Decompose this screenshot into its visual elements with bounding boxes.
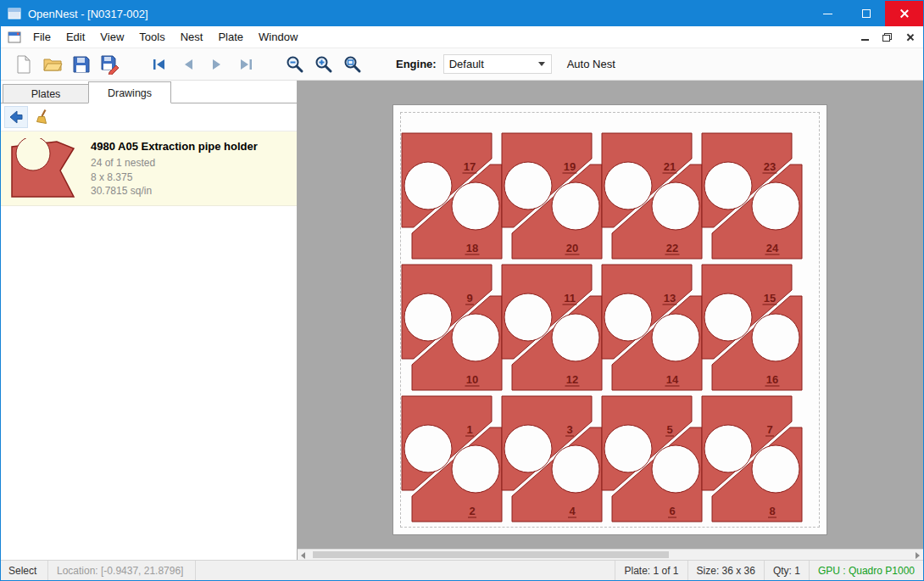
nested-pair[interactable]: 78 [702, 396, 802, 522]
mdi-restore-button[interactable] [876, 28, 898, 47]
status-plate: Plate: 1 of 1 [615, 561, 687, 580]
part-number: 21 [664, 160, 676, 173]
nested-pair[interactable]: 1920 [502, 133, 602, 259]
nested-pair[interactable]: 1718 [402, 133, 502, 259]
part-number: 20 [566, 242, 578, 254]
window-title: OpenNest - [N0317-002] [28, 8, 148, 20]
drawing-info: 4980 A05 Extraction pipe holder 24 of 1 … [84, 137, 292, 200]
mdi-restore-icon [882, 33, 892, 42]
part-number: 13 [664, 292, 676, 304]
save-icon [72, 55, 91, 74]
status-location: Location: [-0.9437, 21.8796] [48, 561, 196, 580]
new-button[interactable] [9, 51, 38, 78]
menu-nest[interactable]: Nest [173, 27, 211, 47]
part-number: 7 [766, 423, 772, 436]
import-drawing-button[interactable] [4, 106, 28, 128]
zoom-in-button[interactable] [309, 51, 338, 78]
part-hole [404, 162, 452, 209]
part-hole [552, 445, 599, 493]
part-number: 1 [466, 423, 472, 436]
next-plate-button[interactable] [203, 51, 231, 78]
scroll-left-icon[interactable] [301, 552, 305, 559]
tab-plates[interactable]: Plates [3, 84, 89, 103]
save-as-button[interactable] [96, 51, 125, 78]
save-button[interactable] [67, 51, 96, 78]
minimize-button[interactable] [809, 1, 847, 26]
drawings-toolbar [1, 103, 297, 131]
menu-tools[interactable]: Tools [131, 27, 172, 47]
part-hole [504, 162, 552, 209]
part-number: 19 [564, 160, 576, 173]
menu-view[interactable]: View [92, 27, 131, 47]
nested-pair[interactable]: 1112 [502, 265, 602, 390]
part-hole [452, 314, 499, 361]
zoom-out-button[interactable] [281, 51, 309, 78]
next-plate-icon [209, 57, 225, 72]
clear-drawings-button[interactable] [31, 106, 55, 128]
part-hole [752, 182, 799, 230]
nested-pair[interactable]: 2324 [702, 133, 802, 259]
drawing-title: 4980 A05 Extraction pipe holder [91, 140, 292, 153]
open-button[interactable] [38, 51, 67, 78]
last-plate-button[interactable] [231, 51, 260, 78]
nest-canvas[interactable]: 171819202122232491011121314151612345678 [298, 81, 923, 560]
menu-plate[interactable]: Plate [210, 27, 251, 47]
mdi-close-button[interactable] [898, 28, 920, 47]
part-hole [752, 314, 799, 361]
part-number: 8 [769, 505, 775, 517]
drawing-size: 8 x 8.375 [91, 170, 292, 185]
nested-pair[interactable]: 910 [402, 265, 502, 390]
part-number: 4 [569, 505, 576, 517]
status-mode: Select [1, 561, 48, 580]
mdi-minimize-icon [861, 39, 869, 41]
mdi-minimize-button[interactable] [854, 28, 876, 47]
menu-file[interactable]: File [25, 27, 58, 47]
part-number: 12 [566, 373, 578, 386]
part-number: 18 [466, 242, 478, 254]
part-hole [452, 182, 499, 230]
main-toolbar: Engine: Default Auto Nest [1, 48, 923, 81]
zoom-extents-button[interactable] [338, 51, 367, 78]
mdi-close-icon [905, 33, 913, 42]
status-bar: Select Location: [-0.9437, 21.8796] Plat… [1, 560, 923, 580]
previous-plate-button[interactable] [174, 51, 203, 78]
engine-select[interactable]: Default [443, 54, 552, 74]
nested-pair[interactable]: 1516 [702, 265, 802, 390]
nested-pair[interactable]: 12 [402, 396, 502, 522]
drawing-list-item[interactable]: 4980 A05 Extraction pipe holder 24 of 1 … [1, 131, 297, 206]
first-plate-icon [152, 57, 167, 72]
first-plate-button[interactable] [145, 51, 174, 78]
menu-edit[interactable]: Edit [58, 27, 92, 47]
auto-nest-button[interactable]: Auto Nest [567, 58, 615, 70]
tab-drawings[interactable]: Drawings [88, 81, 171, 103]
engine-label: Engine: [396, 58, 437, 70]
nested-pair[interactable]: 56 [602, 396, 702, 522]
main-area: Plates Drawings [1, 81, 923, 560]
drawing-nested-count: 24 of 1 nested [91, 156, 292, 170]
menu-window[interactable]: Window [251, 27, 305, 47]
part-hole [704, 425, 752, 472]
part-number: 3 [566, 423, 572, 436]
part-shape-icon [9, 138, 81, 199]
nested-pair[interactable]: 2122 [602, 133, 702, 259]
plate[interactable]: 171819202122232491011121314151612345678 [392, 104, 827, 535]
close-button[interactable] [885, 1, 923, 26]
app-window: OpenNest - [N0317-002] File Edit View To… [0, 0, 924, 581]
part-number: 14 [666, 373, 679, 386]
status-qty: Qty: 1 [764, 561, 809, 580]
previous-plate-icon [181, 57, 196, 72]
scroll-right-icon[interactable] [916, 552, 920, 559]
part-hole [652, 445, 699, 493]
maximize-button[interactable] [847, 1, 885, 26]
part-thumbnail [6, 137, 84, 200]
title-bar: OpenNest - [N0317-002] [1, 1, 923, 26]
part-hole [604, 293, 652, 341]
part-number: 9 [466, 292, 472, 304]
nested-pair[interactable]: 34 [502, 396, 602, 522]
part-hole [604, 162, 652, 209]
horizontal-scrollbar[interactable] [298, 549, 923, 560]
nested-pair[interactable]: 1314 [602, 265, 702, 390]
import-arrow-icon [8, 109, 25, 125]
scrollbar-thumb[interactable] [313, 551, 669, 558]
nest-drawing[interactable]: 171819202122232491011121314151612345678 [393, 105, 828, 536]
